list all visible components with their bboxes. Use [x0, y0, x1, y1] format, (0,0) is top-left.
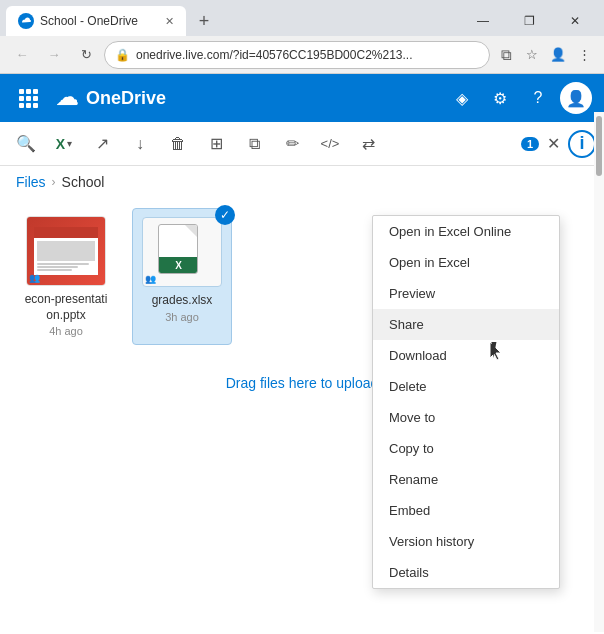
waffle-menu-button[interactable]: [12, 82, 44, 114]
breadcrumb-separator: ›: [52, 175, 56, 189]
back-button[interactable]: ←: [8, 41, 36, 69]
xlsx-icon-body: X: [158, 224, 198, 274]
help-button[interactable]: ?: [522, 82, 554, 114]
browser-chrome: School - OneDrive ✕ + — ❐ ✕ ← → ↻ 🔒 oned…: [0, 0, 604, 74]
share-icon: ↗: [96, 134, 109, 153]
download-icon: ↓: [136, 135, 144, 153]
shared-icon-xlsx: 👥: [145, 274, 156, 284]
pptx-thumbnail: 👥: [26, 216, 106, 286]
active-tab[interactable]: School - OneDrive ✕: [6, 6, 186, 36]
view-icon: ⊞: [210, 134, 223, 153]
scrollbar-thumb[interactable]: [596, 116, 602, 176]
header-actions: ◈ ⚙ ? 👤: [446, 82, 592, 114]
new-button[interactable]: X ▾: [46, 125, 82, 163]
search-icon: 🔍: [16, 134, 36, 153]
xlsx-filename: grades.xlsx: [152, 293, 213, 309]
download-button[interactable]: ↓: [122, 125, 158, 163]
selection-count-badge: 1: [521, 137, 539, 151]
menu-item-embed[interactable]: Embed: [373, 495, 559, 526]
menu-item-preview[interactable]: Preview: [373, 278, 559, 309]
menu-item-copy-to[interactable]: Copy to: [373, 433, 559, 464]
app-header: ☁ OneDrive ◈ ⚙ ? 👤: [0, 74, 604, 122]
lock-icon: 🔒: [115, 48, 130, 62]
file-item-pptx[interactable]: 👥 econ-presentation.pptx 4h ago: [16, 208, 116, 345]
shared-icon-pptx: 👥: [29, 273, 40, 283]
menu-item-download[interactable]: Download: [373, 340, 559, 371]
extensions-icon[interactable]: ⧉: [494, 43, 518, 67]
cloud-icon: ☁: [56, 85, 78, 111]
address-bar: ← → ↻ 🔒 onedrive.live.com/?id=40576CC195…: [0, 36, 604, 74]
menu-item-share[interactable]: Share: [373, 309, 559, 340]
xlsx-icon-container: X: [158, 224, 206, 280]
url-bar[interactable]: 🔒 onedrive.live.com/?id=40576CC195BD00C2…: [104, 41, 490, 69]
copy-icon: ⧉: [249, 135, 260, 153]
file-item-xlsx[interactable]: X 👥 ✓ grades.xlsx 3h ago: [132, 208, 232, 345]
app-title: OneDrive: [86, 88, 166, 109]
delete-icon: 🗑: [170, 135, 186, 153]
breadcrumb-files-link[interactable]: Files: [16, 174, 46, 190]
minimize-button[interactable]: —: [460, 3, 506, 39]
account-icon[interactable]: 👤: [546, 43, 570, 67]
pptx-time: 4h ago: [49, 325, 83, 337]
close-button[interactable]: ✕: [552, 3, 598, 39]
refresh-button[interactable]: ↻: [72, 41, 100, 69]
breadcrumb: Files › School: [0, 166, 604, 198]
waffle-icon: [19, 89, 38, 108]
onedrive-logo: ☁ OneDrive: [56, 85, 166, 111]
dropdown-arrow-icon: ▾: [67, 138, 72, 149]
restore-button[interactable]: ❐: [506, 3, 552, 39]
window-controls: — ❐ ✕: [460, 3, 598, 39]
menu-item-open-excel[interactable]: Open in Excel: [373, 247, 559, 278]
menu-item-version-history[interactable]: Version history: [373, 526, 559, 557]
settings-button[interactable]: ⚙: [484, 82, 516, 114]
tab-close-btn[interactable]: ✕: [165, 15, 174, 28]
menu-item-move-to[interactable]: Move to: [373, 402, 559, 433]
tab-bar: School - OneDrive ✕ + — ❐ ✕: [0, 0, 604, 36]
delete-button[interactable]: 🗑: [160, 125, 196, 163]
code-icon: </>: [321, 136, 340, 151]
menu-icon[interactable]: ⋮: [572, 43, 596, 67]
copy-button[interactable]: ⧉: [236, 125, 272, 163]
edit-button[interactable]: ✏: [274, 125, 310, 163]
tab-title: School - OneDrive: [40, 14, 159, 28]
sync-icon: ⇄: [362, 134, 375, 153]
diamond-icon-button[interactable]: ◈: [446, 82, 478, 114]
account-avatar[interactable]: 👤: [560, 82, 592, 114]
xlsx-thumbnail: X 👥: [142, 217, 222, 287]
new-tab-button[interactable]: +: [190, 7, 218, 35]
url-text: onedrive.live.com/?id=40576CC195BD00C2%2…: [136, 48, 479, 62]
extensions-area: ⧉ ☆ 👤 ⋮: [494, 43, 596, 67]
menu-item-details[interactable]: Details: [373, 557, 559, 588]
tab-favicon: [18, 13, 34, 29]
search-button[interactable]: 🔍: [8, 125, 44, 163]
drag-upload-text: Drag files here to upload: [226, 375, 379, 391]
breadcrumb-current: School: [62, 174, 105, 190]
embed-button[interactable]: </>: [312, 125, 348, 163]
menu-item-open-excel-online[interactable]: Open in Excel Online: [373, 216, 559, 247]
xlsx-stripe: X: [159, 257, 197, 273]
pptx-filename: econ-presentation.pptx: [24, 292, 108, 323]
selection-checkmark: ✓: [215, 205, 235, 225]
info-button[interactable]: i: [568, 130, 596, 158]
toolbar: 🔍 X ▾ ↗ ↓ 🗑 ⊞ ⧉ ✏ </> ⇄ 1 ✕ i: [0, 122, 604, 166]
scrollbar[interactable]: [594, 112, 604, 632]
excel-icon: X: [56, 136, 65, 152]
scrollbar-track: [594, 112, 604, 632]
share-button[interactable]: ↗: [84, 125, 120, 163]
view-button[interactable]: ⊞: [198, 125, 234, 163]
forward-button[interactable]: →: [40, 41, 68, 69]
close-selection-button[interactable]: ✕: [541, 128, 566, 159]
xlsx-time: 3h ago: [165, 311, 199, 323]
xlsx-ear: [185, 225, 197, 237]
sync-button[interactable]: ⇄: [350, 125, 386, 163]
edit-icon: ✏: [286, 134, 299, 153]
favorites-icon[interactable]: ☆: [520, 43, 544, 67]
menu-item-delete[interactable]: Delete: [373, 371, 559, 402]
context-menu: Open in Excel Online Open in Excel Previ…: [372, 215, 560, 589]
menu-item-rename[interactable]: Rename: [373, 464, 559, 495]
